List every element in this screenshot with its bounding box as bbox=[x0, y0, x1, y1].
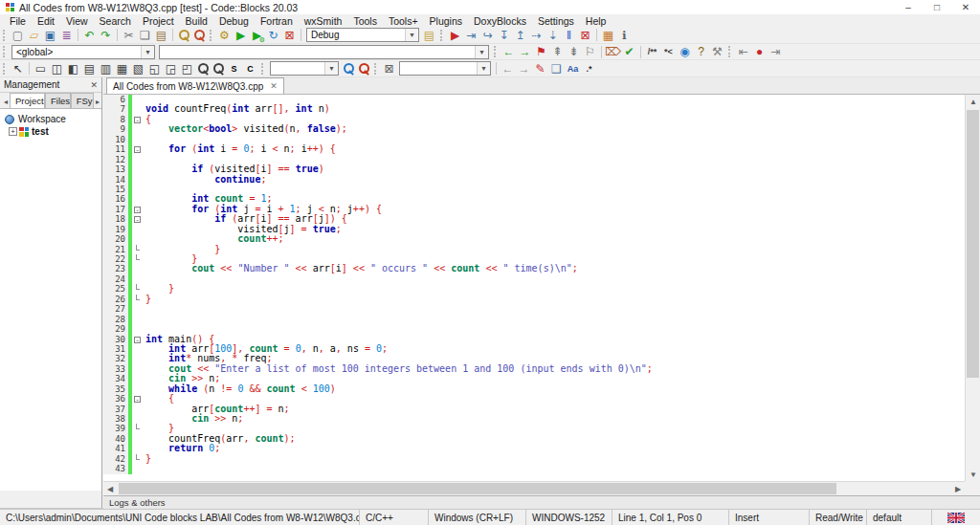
spell-check-button[interactable]: ✔ bbox=[621, 44, 637, 59]
zoom-in-button[interactable] bbox=[195, 61, 211, 77]
doxy-run-button[interactable]: ◉ bbox=[677, 44, 693, 59]
minimize-button[interactable]: – bbox=[894, 0, 923, 14]
search-next-button[interactable]: → bbox=[516, 61, 532, 77]
menu-tools[interactable]: Tools bbox=[347, 15, 383, 27]
management-close-icon[interactable]: ✕ bbox=[90, 80, 98, 90]
fold-margin[interactable] bbox=[132, 414, 143, 424]
select-scope-button[interactable]: ❑ bbox=[548, 61, 565, 77]
fold-collapse-icon[interactable]: - bbox=[134, 216, 141, 223]
chevron-down-icon[interactable]: ▼ bbox=[477, 62, 490, 75]
fold-margin[interactable] bbox=[132, 104, 143, 114]
toggle-breakpoint-button[interactable]: ● bbox=[751, 44, 768, 59]
wxsmith-window-button[interactable]: ▭ bbox=[33, 61, 49, 77]
next-bookmark-button[interactable]: ⇟ bbox=[566, 44, 582, 59]
save-all-button[interactable]: ≣ bbox=[58, 28, 75, 43]
match-case-button[interactable]: Aa bbox=[565, 61, 581, 77]
fold-margin[interactable]: - bbox=[132, 214, 143, 224]
fold-margin[interactable] bbox=[132, 274, 143, 284]
scroll-up-icon[interactable]: ▲ bbox=[966, 95, 980, 108]
management-tab-files[interactable]: Files bbox=[45, 93, 71, 108]
debug-continue-button[interactable]: ▶ bbox=[447, 28, 463, 43]
format-source-button[interactable]: ⌦ bbox=[605, 44, 621, 59]
incsearch-input[interactable]: ▼ bbox=[270, 61, 339, 76]
wxsmith-panel-button[interactable]: ◧ bbox=[65, 61, 81, 77]
rebuild-button[interactable]: ↻ bbox=[265, 28, 281, 43]
fold-margin[interactable]: - bbox=[132, 394, 143, 404]
horizontal-scrollbar[interactable]: ◀ ▶ bbox=[103, 481, 965, 495]
doxy-help-button[interactable]: ? bbox=[693, 44, 709, 59]
open-file-button[interactable]: ▱ bbox=[26, 28, 42, 43]
wxsmith-dialog-button[interactable]: ◰ bbox=[179, 61, 195, 77]
doxy-settings-button[interactable]: ⚒ bbox=[709, 44, 725, 59]
menu-plugins[interactable]: Plugins bbox=[424, 15, 468, 27]
code-editor[interactable]: 67void countFreq(int arr[], int n)8-{9 v… bbox=[103, 95, 965, 481]
stop-debugger-button[interactable]: ⊠ bbox=[577, 28, 593, 43]
menu-debug[interactable]: Debug bbox=[213, 15, 255, 27]
doxy-line-comment-button[interactable]: *< bbox=[660, 44, 677, 59]
fold-margin[interactable] bbox=[132, 175, 143, 185]
fold-collapse-icon[interactable]: - bbox=[134, 337, 141, 343]
next-instruction-button[interactable]: ⇢ bbox=[528, 28, 545, 43]
debugging-windows-button[interactable]: ▦ bbox=[600, 28, 616, 43]
close-button[interactable]: ✕ bbox=[951, 0, 980, 14]
fold-margin[interactable] bbox=[132, 135, 143, 144]
menu-edit[interactable]: Edit bbox=[32, 15, 60, 27]
incsearch-options-button[interactable] bbox=[356, 61, 371, 77]
fold-collapse-icon[interactable]: - bbox=[134, 207, 141, 213]
fold-margin[interactable] bbox=[132, 384, 143, 394]
fold-margin[interactable] bbox=[132, 295, 143, 304]
replace-button[interactable] bbox=[191, 28, 207, 43]
fold-margin[interactable] bbox=[132, 284, 143, 294]
fold-margin[interactable] bbox=[132, 424, 143, 433]
debug-info-button[interactable]: ℹ bbox=[616, 28, 633, 43]
logs-panel-header[interactable]: Logs & others bbox=[103, 495, 980, 509]
wxsmith-grid-button[interactable]: ▦ bbox=[114, 61, 130, 77]
tab-close-icon[interactable]: ✕ bbox=[270, 81, 278, 91]
toggle-bookmark-button[interactable]: ⚑ bbox=[533, 44, 549, 59]
build-button[interactable]: ⚙ bbox=[216, 28, 233, 43]
fold-margin[interactable] bbox=[132, 434, 143, 444]
fold-collapse-icon[interactable]: - bbox=[134, 396, 141, 403]
step-into-button[interactable]: ↧ bbox=[496, 28, 512, 43]
wxsmith-pointer-button[interactable]: ↖ bbox=[10, 61, 26, 77]
incsearch-find-button[interactable] bbox=[341, 61, 356, 77]
fold-margin[interactable] bbox=[132, 354, 143, 363]
fold-margin[interactable]: - bbox=[132, 205, 143, 214]
goto-back-button[interactable]: ← bbox=[501, 44, 517, 59]
paste-button[interactable]: ▤ bbox=[153, 28, 169, 43]
management-tab-fsy[interactable]: FSy bbox=[71, 93, 94, 108]
chevron-down-icon[interactable]: ▼ bbox=[141, 46, 154, 58]
fold-margin[interactable] bbox=[132, 464, 143, 473]
menu-build[interactable]: Build bbox=[180, 15, 213, 27]
menu-file[interactable]: File bbox=[4, 15, 32, 27]
wxsmith-notebook-button[interactable]: ▧ bbox=[130, 61, 146, 77]
fold-margin[interactable] bbox=[132, 245, 143, 254]
cut-button[interactable]: ✂ bbox=[121, 28, 137, 43]
tree-item-project-test[interactable]: + test bbox=[3, 125, 101, 138]
zoom-out-button[interactable] bbox=[211, 61, 226, 77]
undo-button[interactable]: ↶ bbox=[81, 28, 98, 43]
wxsmith-statusbar-button[interactable]: ◲ bbox=[163, 61, 179, 77]
abort-build-button[interactable]: ⊠ bbox=[281, 28, 298, 43]
scroll-right-icon[interactable]: ▶ bbox=[951, 482, 965, 496]
scroll-down-icon[interactable]: ▼ bbox=[966, 468, 980, 481]
incsearch-clear-button[interactable]: ⊠ bbox=[381, 61, 397, 77]
fold-margin[interactable] bbox=[132, 315, 143, 324]
highlight-button[interactable]: ✎ bbox=[532, 61, 548, 77]
prev-error-button[interactable]: ⇤ bbox=[735, 44, 751, 59]
fold-margin[interactable] bbox=[132, 95, 143, 104]
fold-margin[interactable] bbox=[132, 454, 143, 464]
fold-margin[interactable] bbox=[132, 264, 143, 273]
scope-select[interactable]: <global>▼ bbox=[11, 45, 155, 59]
wxsmith-toolbar-button[interactable]: ◱ bbox=[146, 61, 163, 77]
goto-forward-button[interactable]: → bbox=[517, 44, 533, 59]
wxsmith-split-button[interactable]: ◫ bbox=[49, 61, 65, 77]
fold-margin[interactable] bbox=[132, 364, 143, 374]
fold-margin[interactable] bbox=[132, 124, 143, 134]
fold-margin[interactable] bbox=[132, 234, 143, 244]
find-button[interactable] bbox=[176, 28, 191, 43]
wxsmith-content-button[interactable]: C bbox=[242, 61, 258, 77]
chevron-down-icon[interactable]: ▼ bbox=[475, 46, 488, 58]
next-error-button[interactable]: ⇥ bbox=[768, 44, 784, 59]
fold-margin[interactable] bbox=[132, 164, 143, 174]
